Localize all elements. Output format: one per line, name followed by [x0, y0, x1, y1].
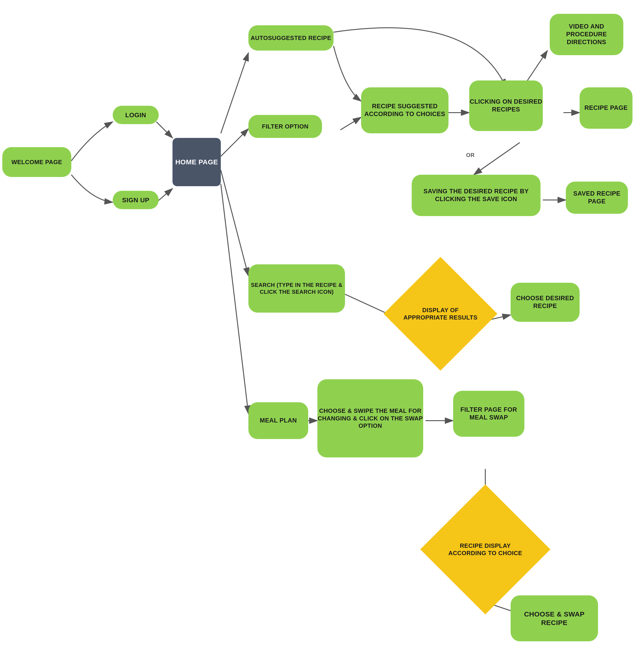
recipe-display-node: RECIPE DISPLAY ACCORDING TO CHOICE — [420, 484, 550, 614]
video-procedure-node: VIDEO AND PROCEDURE DIRECTIONS — [550, 14, 623, 55]
meal-plan-node: MEAL PLAN — [249, 402, 308, 439]
display-results-node: DISPLAY OF APPROPRIATE RESULTS — [384, 257, 497, 371]
saving-recipe-node: SAVING THE DESIRED RECIPE BY CLICKING TH… — [412, 175, 540, 216]
welcome-page-node: WELCOME PAGE — [2, 147, 71, 177]
search-node: SEARCH (TYPE IN THE RECIPE & CLICK THE S… — [249, 264, 345, 312]
signup-node: SIGN UP — [113, 191, 159, 209]
choose-swap-node: CHOOSE & SWAP RECIPE — [511, 595, 598, 641]
choose-swipe-node: CHOOSE & SWIPE THE MEAL FOR CHANGING & C… — [317, 379, 423, 457]
clicking-desired-node: CLICKING ON DESIRED RECIPES — [469, 80, 543, 131]
home-page-node: HOME PAGE — [172, 138, 221, 186]
filter-meal-swap-node: FILTER PAGE FOR MEAL SWAP — [453, 391, 524, 437]
recipe-page-node: RECIPE PAGE — [580, 87, 633, 129]
login-node: LOGIN — [113, 106, 159, 124]
filter-option-node: FILTER OPTION — [249, 115, 322, 138]
or-label: OR — [461, 150, 480, 161]
recipe-suggested-node: RECIPE SUGGESTED ACCORDING TO CHOICES — [361, 87, 449, 133]
saved-recipe-page-node: SAVED RECIPE PAGE — [566, 182, 628, 214]
autosuggested-node: AUTOSUGGESTED RECIPE — [249, 25, 333, 50]
choose-desired-node: CHOOSE DESIRED RECIPE — [511, 283, 580, 322]
